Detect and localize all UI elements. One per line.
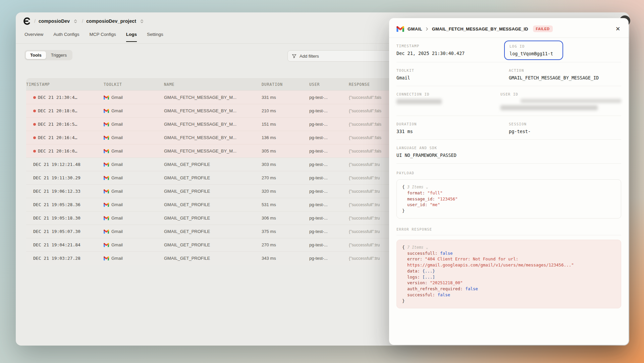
field-label: USER ID: [500, 92, 621, 96]
field-language-sdk: LANGUAGE AND SDK UI NO_FRAMEWORK_PASSED: [396, 146, 621, 158]
row-name: GMAIL_FETCH_MESSAGE_BY_M...: [164, 95, 262, 100]
row-timestamp: DEC 21 21:30:4…: [38, 95, 77, 100]
field-row: DURATION 331 ms SESSION pg-test-: [396, 116, 621, 140]
row-toolkit-cell: Gmail: [104, 108, 164, 113]
field-timestamp: TIMESTAMP Dec 21, 2025 21:30:40.427: [396, 44, 509, 57]
field-label: CONNECTION ID: [396, 92, 500, 96]
gmail-icon: [104, 149, 109, 153]
field-value: UI NO_FRAMEWORK_PASSED: [396, 153, 621, 158]
redacted-user-id: [521, 99, 621, 103]
row-timestamp-cell: DEC 21 19:05:28.36: [26, 202, 104, 207]
code-token: error:: [402, 256, 422, 261]
gmail-icon: [104, 230, 109, 234]
row-timestamp: DEC 21 20:16:0…: [38, 148, 77, 154]
close-icon[interactable]: ✕: [613, 24, 623, 34]
breadcrumb-separator: /: [82, 18, 83, 24]
toolkit-label: Gmail: [111, 229, 123, 234]
row-timestamp-cell: DEC 21 20:16:4…: [26, 135, 104, 140]
field-value: Dec 21, 2025 21:30:40.427: [396, 51, 509, 56]
field-row: CONNECTION ID USER ID: [396, 86, 621, 116]
code-line: https://gmail.googleapis.com/gmail/v1/us…: [402, 262, 615, 268]
tab[interactable]: Auth Configs: [53, 32, 79, 42]
field-label: LANGUAGE AND SDK: [396, 146, 621, 150]
tab[interactable]: Overview: [24, 32, 43, 42]
column-header: TOOLKIT: [104, 82, 164, 87]
toolkit-label: Gmail: [111, 135, 123, 140]
breadcrumb-org[interactable]: composioDev: [39, 18, 70, 24]
items-collapse-toggle[interactable]: 7 Items ⌄: [407, 245, 428, 250]
row-timestamp-cell: DEC 21 20:16:5…: [26, 122, 104, 127]
project-switcher-icon[interactable]: [140, 19, 144, 23]
row-timestamp: DEC 21 20:16:4…: [38, 135, 77, 140]
row-timestamp: DEC 21 19:05:07.30: [33, 229, 80, 234]
row-user: pg-test-...: [309, 256, 349, 261]
code-token: }: [402, 208, 405, 213]
breadcrumb-separator: /: [34, 18, 36, 24]
row-name: GMAIL_GET_PROFILE: [164, 216, 262, 221]
row-toolkit-cell: Gmail: [104, 135, 164, 140]
org-switcher-icon[interactable]: [73, 19, 77, 23]
items-collapse-toggle[interactable]: 3 Items ⌄: [407, 185, 428, 189]
breadcrumb: / composioDev / composioDev_project: [22, 17, 145, 25]
breadcrumb-project[interactable]: composioDev_project: [86, 18, 136, 24]
row-duration: 151 ms: [262, 122, 309, 127]
row-duration: 320 ms: [262, 189, 309, 194]
code-token: {: [402, 184, 407, 189]
tab[interactable]: MCP Configs: [90, 32, 116, 42]
row-name: GMAIL_GET_PROFILE: [164, 175, 262, 180]
row-user: pg-test-...: [309, 108, 349, 113]
row-timestamp-cell: DEC 21 19:05:07.30: [26, 229, 104, 234]
code-line: { 7 Items ⌄: [402, 244, 615, 250]
row-toolkit-cell: Gmail: [104, 162, 164, 167]
gmail-icon: [104, 243, 109, 247]
row-timestamp: DEC 21 19:12:21.48: [33, 162, 80, 167]
row-user: pg-test-...: [309, 135, 349, 140]
column-header: TIMESTAMP: [26, 82, 104, 87]
code-token: [...]: [420, 275, 435, 280]
tools-button[interactable]: Tools: [25, 51, 46, 59]
row-timestamp-cell: DEC 21 20:18:0…: [26, 108, 104, 113]
tools-triggers-toggle: Tools Triggers: [24, 50, 72, 60]
tab-bar: Overview Auth Configs MCP Configs Logs S…: [24, 32, 163, 42]
triggers-button[interactable]: Triggers: [46, 51, 71, 59]
gmail-icon: [396, 26, 404, 32]
row-timestamp-cell: DEC 21 19:11:30.29: [26, 175, 104, 180]
code-token: {...}: [420, 268, 435, 274]
failed-status-dot: [33, 136, 36, 139]
gmail-icon: [104, 203, 109, 207]
tab[interactable]: Settings: [147, 32, 163, 42]
code-token: data:: [402, 268, 420, 274]
error-code-box: { 7 Items ⌄ successfull: false error: "4…: [396, 240, 621, 309]
code-line: user_id: "me": [402, 202, 615, 208]
row-timestamp: DEC 21 19:05:28.36: [33, 202, 80, 207]
column-header: DURATION: [262, 82, 309, 87]
toolkit-label: Gmail: [111, 202, 123, 207]
gmail-icon: [104, 136, 109, 140]
payload-label: PAYLOAD: [396, 171, 621, 175]
code-token: "full": [425, 190, 443, 195]
field-duration: DURATION 331 ms: [396, 122, 509, 134]
tab[interactable]: Logs: [126, 32, 137, 42]
row-name: GMAIL_FETCH_MESSAGE_BY_M...: [164, 135, 262, 140]
log-id-highlight-ring: LOG ID log_tVqomBgg11-t: [504, 41, 563, 60]
field-row: TOOLKIT Gmail ACTION GMAIL_FETCH_MESSAGE…: [396, 62, 621, 86]
row-name: GMAIL_FETCH_MESSAGE_BY_M...: [164, 108, 262, 113]
code-token: "20251218_00": [427, 280, 463, 285]
row-user: pg-test-...: [309, 122, 349, 127]
row-name: GMAIL_GET_PROFILE: [164, 229, 262, 234]
row-duration: 305 ms: [262, 148, 309, 154]
code-token: "404 Client Error: Not Found for url:: [422, 256, 518, 261]
row-timestamp: DEC 21 19:03:27.28: [33, 256, 80, 261]
gmail-icon: [104, 96, 109, 100]
toolkit-label: Gmail: [111, 216, 123, 221]
row-timestamp-cell: DEC 21 20:16:0…: [26, 148, 104, 154]
field-label: SESSION: [509, 122, 621, 126]
field-label: ACTION: [509, 68, 621, 72]
field-value: pg-test-: [509, 129, 621, 134]
modal-action-title: GMAIL_FETCH_MESSAGE_BY_MESSAGE_ID: [432, 26, 528, 32]
row-user: pg-test-...: [309, 242, 349, 247]
row-name: GMAIL_GET_PROFILE: [164, 162, 262, 167]
code-line: }: [402, 208, 615, 214]
code-line: format: "full": [402, 190, 615, 196]
column-header: USER: [309, 82, 349, 87]
